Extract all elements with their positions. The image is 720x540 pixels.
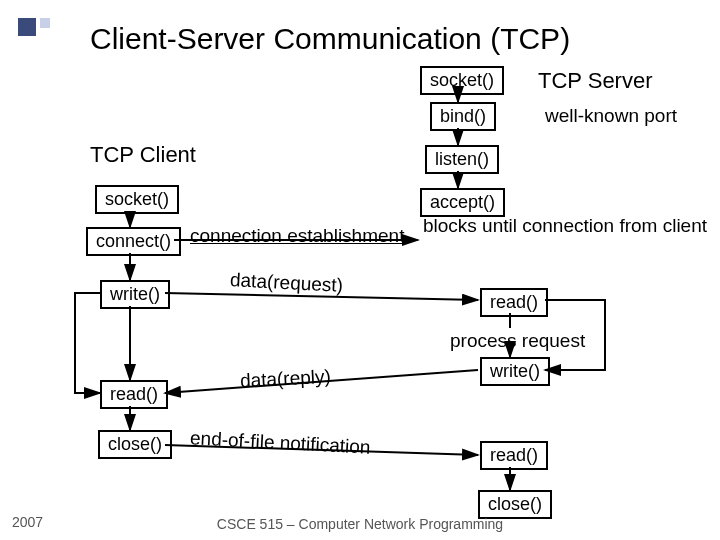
server-bind-box: bind()	[430, 102, 496, 131]
msg-eof: end-of-file notification	[190, 427, 372, 458]
server-read2-box: read()	[480, 441, 548, 470]
client-read-box: read()	[100, 380, 168, 409]
msg-data-request: data(request)	[230, 269, 344, 297]
slide-title: Client-Server Communication (TCP)	[90, 22, 570, 56]
client-write-box: write()	[100, 280, 170, 309]
server-socket-box: socket()	[420, 66, 504, 95]
well-known-port-note: well-known port	[545, 105, 677, 127]
server-accept-box: accept()	[420, 188, 505, 217]
server-accept-note: blocks until connection from client	[415, 215, 715, 237]
client-close-box: close()	[98, 430, 172, 459]
footer-course: CSCE 515 – Computer Network Programming	[0, 516, 720, 532]
client-label: TCP Client	[90, 142, 196, 168]
msg-conn-est: connection establishment	[190, 225, 404, 247]
client-socket-box: socket()	[95, 185, 179, 214]
server-close-box: close()	[478, 490, 552, 519]
slide: Client-Server Communication (TCP) TCP Se…	[0, 0, 720, 540]
msg-data-reply: data(reply)	[239, 366, 331, 393]
slide-bullet-decoration	[18, 18, 50, 40]
server-label: TCP Server	[538, 68, 653, 94]
server-process-note: process request	[450, 330, 585, 352]
server-read1-box: read()	[480, 288, 548, 317]
client-connect-box: connect()	[86, 227, 181, 256]
server-listen-box: listen()	[425, 145, 499, 174]
server-write-box: write()	[480, 357, 550, 386]
